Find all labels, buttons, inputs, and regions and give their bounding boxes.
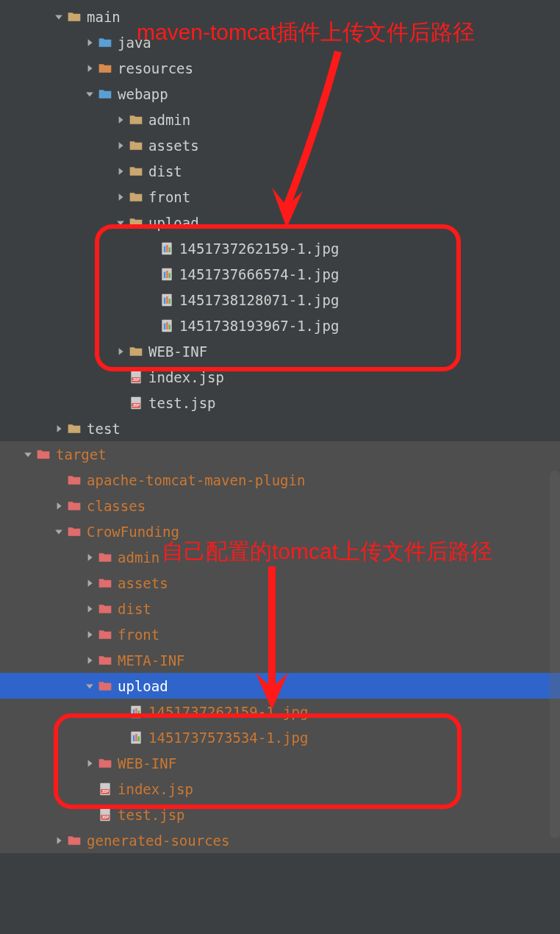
tree-item-folder[interactable]: generated-sources bbox=[0, 827, 560, 853]
tree-item-folder[interactable]: dist bbox=[0, 158, 560, 184]
tree-item-label: META-INF bbox=[118, 652, 185, 669]
project-tree[interactable]: srcmainjavaresourceswebappadminassetsdis… bbox=[0, 0, 560, 853]
chevron-right-icon[interactable] bbox=[115, 193, 126, 202]
tree-item-folder[interactable]: admin bbox=[0, 107, 560, 132]
tree-item-folder[interactable]: test bbox=[0, 416, 560, 441]
tree-item-folder[interactable]: java bbox=[0, 29, 560, 55]
jsp-file-icon: JSP bbox=[97, 781, 113, 797]
tree-item-folder[interactable]: META-INF bbox=[0, 647, 560, 673]
tree-item-file[interactable]: 1451738128071-1.jpg bbox=[0, 287, 560, 313]
chevron-down-icon[interactable] bbox=[84, 90, 96, 99]
vertical-scrollbar[interactable] bbox=[550, 471, 560, 838]
chevron-right-icon[interactable] bbox=[84, 38, 96, 47]
svg-rect-13 bbox=[164, 323, 166, 329]
folder-icon bbox=[66, 524, 82, 540]
image-file-icon bbox=[128, 730, 144, 746]
chevron-right-icon[interactable] bbox=[84, 553, 96, 562]
tree-item-label: admin bbox=[118, 549, 159, 566]
tree-item-file[interactable]: 1451737262159-1.jpg bbox=[0, 235, 560, 261]
chevron-right-icon[interactable] bbox=[115, 115, 126, 124]
tree-item-file[interactable]: JSPtest.jsp bbox=[0, 802, 560, 827]
svg-rect-2 bbox=[166, 245, 168, 252]
image-file-icon bbox=[159, 266, 175, 282]
tree-item-label: target bbox=[56, 446, 107, 463]
svg-text:JSP: JSP bbox=[101, 789, 109, 794]
chevron-right-icon[interactable] bbox=[115, 347, 126, 356]
tree-item-folder[interactable]: assets bbox=[0, 570, 560, 596]
image-file-icon bbox=[128, 704, 144, 720]
folder-icon bbox=[66, 472, 82, 488]
tree-item-folder[interactable]: assets bbox=[0, 132, 560, 158]
tree-item-label: test.jsp bbox=[148, 395, 216, 411]
tree-item-file[interactable]: JSPtest.jsp bbox=[0, 390, 560, 416]
tree-item-file[interactable]: JSPindex.jsp bbox=[0, 364, 560, 390]
folder-icon bbox=[66, 421, 82, 437]
folder-icon bbox=[128, 343, 144, 360]
tree-item-label: WEB-INF bbox=[118, 755, 176, 771]
tree-item-label: java bbox=[118, 35, 151, 51]
svg-text:JSP: JSP bbox=[132, 403, 140, 407]
tree-item-file[interactable]: 1451738193967-1.jpg bbox=[0, 313, 560, 338]
tree-item-folder[interactable]: upload bbox=[0, 210, 560, 235]
chevron-right-icon[interactable] bbox=[115, 141, 126, 150]
tree-item-label: 1451738128071-1.jpg bbox=[179, 292, 339, 308]
folder-icon bbox=[97, 86, 113, 102]
tree-item-folder[interactable]: front bbox=[0, 184, 560, 210]
chevron-down-icon[interactable] bbox=[53, 527, 65, 536]
svg-rect-27 bbox=[133, 735, 135, 741]
tree-item-folder[interactable]: CrowFunding bbox=[0, 518, 560, 544]
tree-item-folder[interactable]: dist bbox=[0, 596, 560, 621]
tree-item-folder[interactable]: WEB-INF bbox=[0, 750, 560, 776]
tree-item-label: classes bbox=[87, 498, 146, 514]
chevron-right-icon[interactable] bbox=[84, 759, 96, 768]
tree-item-file[interactable]: 1451737666574-1.jpg bbox=[0, 261, 560, 287]
folder-icon bbox=[97, 575, 113, 591]
tree-item-file[interactable]: 1451737262159-1.jpg bbox=[0, 699, 560, 724]
tree-item-label: index.jsp bbox=[148, 369, 224, 385]
tree-item-folder[interactable]: classes bbox=[0, 493, 560, 518]
tree-item-folder[interactable]: resources bbox=[0, 55, 560, 81]
chevron-right-icon[interactable] bbox=[84, 605, 96, 613]
chevron-right-icon[interactable] bbox=[84, 579, 96, 588]
chevron-right-icon[interactable] bbox=[84, 630, 96, 639]
folder-icon bbox=[128, 163, 144, 179]
tree-item-label: index.jsp bbox=[118, 781, 193, 797]
tree-item-label: WEB-INF bbox=[148, 343, 207, 360]
chevron-right-icon[interactable] bbox=[53, 424, 65, 433]
folder-icon bbox=[128, 189, 144, 205]
tree-item-folder[interactable]: main bbox=[0, 4, 560, 29]
image-file-icon bbox=[159, 318, 175, 334]
tree-item-folder[interactable]: webapp bbox=[0, 81, 560, 107]
folder-icon bbox=[97, 601, 113, 617]
tree-item-folder[interactable]: target bbox=[0, 441, 560, 467]
tree-item-folder[interactable]: WEB-INF bbox=[0, 338, 560, 364]
tree-item-file[interactable]: JSPindex.jsp bbox=[0, 776, 560, 802]
svg-rect-10 bbox=[166, 296, 168, 304]
chevron-down-icon[interactable] bbox=[84, 682, 96, 691]
tree-item-folder[interactable]: upload bbox=[0, 673, 560, 699]
chevron-down-icon[interactable] bbox=[22, 450, 34, 459]
chevron-right-icon[interactable] bbox=[115, 167, 126, 176]
chevron-down-icon[interactable] bbox=[115, 218, 126, 227]
image-file-icon bbox=[159, 240, 175, 257]
svg-text:JSP: JSP bbox=[132, 377, 140, 382]
chevron-right-icon[interactable] bbox=[84, 656, 96, 665]
folder-icon bbox=[128, 215, 144, 231]
folder-icon bbox=[128, 112, 144, 128]
tree-item-label: upload bbox=[118, 678, 168, 694]
chevron-right-icon[interactable] bbox=[53, 502, 65, 510]
chevron-down-icon[interactable] bbox=[53, 13, 65, 21]
tree-item-folder[interactable]: front bbox=[0, 621, 560, 647]
image-file-icon bbox=[159, 292, 175, 308]
folder-icon bbox=[66, 833, 82, 849]
tree-item-file[interactable]: 1451737573534-1.jpg bbox=[0, 724, 560, 750]
tree-item-label: dist bbox=[148, 163, 182, 179]
tree-item-folder[interactable]: apache-tomcat-maven-plugin bbox=[0, 467, 560, 493]
tree-item-label: dist bbox=[118, 601, 151, 617]
chevron-right-icon[interactable] bbox=[53, 836, 65, 845]
folder-icon bbox=[97, 60, 113, 76]
svg-rect-5 bbox=[164, 271, 166, 277]
chevron-right-icon[interactable] bbox=[84, 64, 96, 73]
tree-item-label: 1451737262159-1.jpg bbox=[148, 704, 308, 720]
tree-item-folder[interactable]: admin bbox=[0, 544, 560, 570]
